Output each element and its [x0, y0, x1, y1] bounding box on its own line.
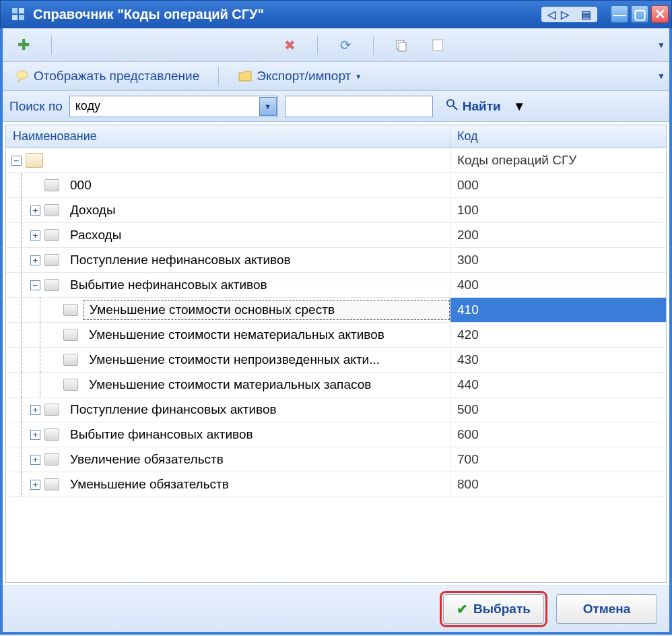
add-icon[interactable]: ✚: [16, 38, 31, 53]
tree-node-label: Уменьшение стоимости основных среств: [83, 300, 450, 320]
close-button[interactable]: ✕: [651, 5, 669, 23]
cancel-button[interactable]: Отмена: [556, 594, 657, 624]
folder-icon: [238, 69, 253, 84]
svg-point-8: [447, 100, 454, 106]
tree-node-label: 000: [65, 175, 450, 195]
folder-icon: [63, 354, 78, 366]
search-bar: Поиск по ▼ Найти ▼: [3, 91, 669, 122]
tree-row[interactable]: + Расходы 200: [6, 223, 666, 248]
column-header-code[interactable]: Код: [450, 125, 666, 148]
tree-node-code: 420: [450, 323, 666, 347]
expand-icon[interactable]: +: [30, 480, 40, 490]
tree-row[interactable]: + Доходы 100: [6, 198, 666, 223]
folder-icon: [44, 229, 59, 241]
tree-row[interactable]: + Уменьшение стоимости основных среств 4…: [6, 298, 666, 323]
toolbar-chevron-icon[interactable]: ▼: [657, 40, 665, 50]
tree-node-label: Уменьшение стоимости нематериальных акти…: [83, 325, 450, 345]
titlebar: Справочник "Коды операций СГУ" ◁ ▷ ▤ — ▢…: [0, 0, 672, 28]
folder-icon: [44, 279, 59, 291]
nav-prev-icon[interactable]: ◁: [545, 8, 558, 21]
tree-node-label: [48, 150, 450, 170]
expand-icon[interactable]: +: [30, 430, 40, 440]
expander-spacer: +: [30, 181, 40, 191]
expand-icon[interactable]: +: [30, 255, 40, 265]
maximize-button[interactable]: ▢: [631, 5, 648, 23]
collapse-icon[interactable]: −: [30, 280, 40, 290]
folder-icon: [44, 453, 59, 466]
expand-icon[interactable]: +: [30, 455, 40, 465]
folder-icon: [63, 379, 78, 391]
nav-menu-icon[interactable]: ▤: [579, 8, 593, 21]
collapse-icon[interactable]: −: [11, 156, 22, 166]
display-view-button[interactable]: Отображать представление: [9, 66, 205, 86]
tree-node-code: 800: [450, 472, 666, 497]
check-icon: ✔: [457, 601, 468, 617]
search-mode-select[interactable]: [69, 96, 278, 117]
svg-rect-2: [12, 15, 18, 20]
tree-node-label: Уменьшение стоимости материальных запасо…: [83, 375, 450, 395]
toolbar-chevron-icon[interactable]: ▼: [657, 71, 665, 81]
svg-rect-1: [19, 8, 24, 13]
tree-row[interactable]: + Увеличение обязательств 700: [6, 447, 666, 472]
copy-icon[interactable]: [394, 38, 409, 53]
minimize-button[interactable]: —: [611, 5, 628, 23]
tree-node-code: 400: [450, 273, 666, 297]
tree-node-label: Уменьшение обязательств: [65, 474, 450, 495]
find-button[interactable]: Найти: [440, 95, 506, 117]
tree-node-code: 000: [450, 173, 666, 197]
toolbar-chevron-icon[interactable]: ▼: [513, 99, 526, 114]
svg-line-9: [453, 106, 457, 110]
expand-icon[interactable]: +: [30, 405, 40, 415]
tree-row[interactable]: + Уменьшение стоимости нематериальных ак…: [6, 323, 666, 348]
tree-row[interactable]: + Поступление нефинансовых активов 300: [6, 248, 666, 273]
tree-node-label: Расходы: [65, 225, 450, 245]
tree-node-code: 100: [450, 198, 666, 222]
search-label: Поиск по: [9, 99, 63, 114]
svg-rect-5: [399, 42, 406, 51]
folder-icon: [44, 478, 59, 490]
tree-root-row[interactable]: − Коды операций СГУ: [6, 148, 666, 173]
footer: ✔ Выбрать Отмена: [3, 585, 669, 632]
column-header-name[interactable]: Наименование: [6, 125, 450, 148]
search-input[interactable]: [285, 96, 433, 117]
tree-row[interactable]: + Выбытие финансовых активов 600: [6, 422, 666, 447]
main-toolbar: Отображать представление Экспорт/импорт …: [3, 62, 669, 91]
tree-node-code: 500: [450, 398, 666, 422]
select-label: Выбрать: [473, 602, 531, 616]
folder-icon: [44, 204, 59, 216]
tree-node-label: Уменьшение стоимости непроизведенных акт…: [83, 350, 450, 370]
expand-icon[interactable]: +: [30, 205, 40, 216]
tree-node-code: Коды операций СГУ: [450, 148, 666, 172]
folder-icon: [63, 304, 78, 316]
grid-header: Наименование Код: [6, 125, 666, 148]
tree-node-code: 430: [450, 348, 666, 372]
nav-next-icon[interactable]: ▷: [559, 8, 571, 21]
svg-rect-6: [433, 40, 442, 51]
tree-row[interactable]: + Поступление финансовых активов 500: [6, 398, 666, 422]
delete-icon[interactable]: ✖: [282, 38, 297, 53]
cancel-label: Отмена: [583, 602, 631, 616]
folder-icon: [63, 329, 78, 341]
refresh-icon[interactable]: ⟳: [338, 38, 353, 53]
export-import-button[interactable]: Экспорт/импорт ▼: [232, 66, 367, 86]
tree-row[interactable]: + Уменьшение стоимости материальных запа…: [6, 373, 666, 398]
tree-node-code: 410: [450, 298, 666, 322]
tree-row[interactable]: + 000 000: [6, 173, 666, 198]
nav-buttons: ◁ ▷ ▤: [541, 7, 597, 22]
folder-icon: [44, 428, 59, 441]
tree-row[interactable]: + Уменьшение обязательств 800: [6, 472, 666, 497]
tree-node-label: Увеличение обязательств: [65, 449, 450, 470]
chevron-down-icon[interactable]: ▼: [259, 97, 277, 116]
expand-icon[interactable]: +: [30, 230, 40, 241]
expander-spacer: +: [49, 305, 59, 315]
tree-row[interactable]: − Выбытие нефинансовых активов 400: [6, 273, 666, 298]
tree-node-label: Доходы: [65, 200, 450, 220]
svg-rect-0: [12, 8, 18, 13]
document-icon[interactable]: [430, 38, 445, 53]
svg-rect-3: [19, 15, 24, 20]
folder-icon: [44, 179, 59, 191]
tree-row[interactable]: + Уменьшение стоимости непроизведенных а…: [6, 348, 666, 373]
select-button[interactable]: ✔ Выбрать: [443, 594, 544, 624]
icon-toolbar: ✚ ✖ ⟳ ▼: [3, 28, 669, 62]
tree-node-code: 700: [450, 447, 666, 472]
